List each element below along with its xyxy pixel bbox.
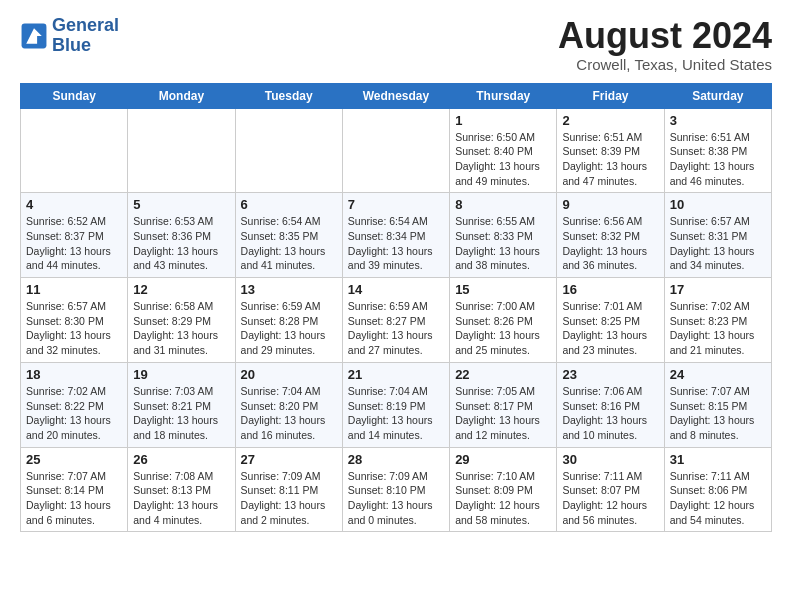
day-number: 16: [562, 282, 658, 297]
calendar-cell: [128, 108, 235, 193]
day-info: Sunrise: 7:04 AMSunset: 8:19 PMDaylight:…: [348, 384, 444, 443]
day-number: 2: [562, 113, 658, 128]
day-number: 18: [26, 367, 122, 382]
calendar-cell: 28Sunrise: 7:09 AMSunset: 8:10 PMDayligh…: [342, 447, 449, 532]
day-info: Sunrise: 6:54 AMSunset: 8:35 PMDaylight:…: [241, 214, 337, 273]
logo-icon: [20, 22, 48, 50]
calendar-table: SundayMondayTuesdayWednesdayThursdayFrid…: [20, 83, 772, 533]
day-info: Sunrise: 7:04 AMSunset: 8:20 PMDaylight:…: [241, 384, 337, 443]
day-number: 28: [348, 452, 444, 467]
calendar-cell: [235, 108, 342, 193]
calendar-cell: 3Sunrise: 6:51 AMSunset: 8:38 PMDaylight…: [664, 108, 771, 193]
day-info: Sunrise: 6:53 AMSunset: 8:36 PMDaylight:…: [133, 214, 229, 273]
day-number: 3: [670, 113, 766, 128]
day-number: 24: [670, 367, 766, 382]
day-number: 20: [241, 367, 337, 382]
week-row-4: 18Sunrise: 7:02 AMSunset: 8:22 PMDayligh…: [21, 362, 772, 447]
day-number: 11: [26, 282, 122, 297]
day-info: Sunrise: 7:03 AMSunset: 8:21 PMDaylight:…: [133, 384, 229, 443]
calendar-cell: 12Sunrise: 6:58 AMSunset: 8:29 PMDayligh…: [128, 278, 235, 363]
day-info: Sunrise: 7:02 AMSunset: 8:22 PMDaylight:…: [26, 384, 122, 443]
weekday-header-thursday: Thursday: [450, 83, 557, 108]
day-info: Sunrise: 6:52 AMSunset: 8:37 PMDaylight:…: [26, 214, 122, 273]
calendar-cell: 14Sunrise: 6:59 AMSunset: 8:27 PMDayligh…: [342, 278, 449, 363]
day-info: Sunrise: 6:50 AMSunset: 8:40 PMDaylight:…: [455, 130, 551, 189]
day-info: Sunrise: 7:02 AMSunset: 8:23 PMDaylight:…: [670, 299, 766, 358]
day-number: 22: [455, 367, 551, 382]
calendar-body: 1Sunrise: 6:50 AMSunset: 8:40 PMDaylight…: [21, 108, 772, 532]
day-info: Sunrise: 7:09 AMSunset: 8:10 PMDaylight:…: [348, 469, 444, 528]
day-number: 14: [348, 282, 444, 297]
calendar-cell: [342, 108, 449, 193]
weekday-header-monday: Monday: [128, 83, 235, 108]
calendar-cell: 24Sunrise: 7:07 AMSunset: 8:15 PMDayligh…: [664, 362, 771, 447]
calendar-cell: 29Sunrise: 7:10 AMSunset: 8:09 PMDayligh…: [450, 447, 557, 532]
calendar-cell: 10Sunrise: 6:57 AMSunset: 8:31 PMDayligh…: [664, 193, 771, 278]
calendar-cell: [21, 108, 128, 193]
week-row-3: 11Sunrise: 6:57 AMSunset: 8:30 PMDayligh…: [21, 278, 772, 363]
day-number: 30: [562, 452, 658, 467]
calendar-cell: 20Sunrise: 7:04 AMSunset: 8:20 PMDayligh…: [235, 362, 342, 447]
calendar-cell: 1Sunrise: 6:50 AMSunset: 8:40 PMDaylight…: [450, 108, 557, 193]
weekday-header-sunday: Sunday: [21, 83, 128, 108]
calendar-cell: 27Sunrise: 7:09 AMSunset: 8:11 PMDayligh…: [235, 447, 342, 532]
weekday-header-saturday: Saturday: [664, 83, 771, 108]
day-info: Sunrise: 6:59 AMSunset: 8:28 PMDaylight:…: [241, 299, 337, 358]
logo-text: General Blue: [52, 16, 119, 56]
logo: General Blue: [20, 16, 119, 56]
week-row-5: 25Sunrise: 7:07 AMSunset: 8:14 PMDayligh…: [21, 447, 772, 532]
day-info: Sunrise: 6:57 AMSunset: 8:30 PMDaylight:…: [26, 299, 122, 358]
day-number: 21: [348, 367, 444, 382]
day-number: 31: [670, 452, 766, 467]
calendar-cell: 25Sunrise: 7:07 AMSunset: 8:14 PMDayligh…: [21, 447, 128, 532]
calendar-cell: 13Sunrise: 6:59 AMSunset: 8:28 PMDayligh…: [235, 278, 342, 363]
day-number: 5: [133, 197, 229, 212]
day-info: Sunrise: 6:54 AMSunset: 8:34 PMDaylight:…: [348, 214, 444, 273]
week-row-1: 1Sunrise: 6:50 AMSunset: 8:40 PMDaylight…: [21, 108, 772, 193]
day-info: Sunrise: 6:51 AMSunset: 8:38 PMDaylight:…: [670, 130, 766, 189]
day-info: Sunrise: 7:11 AMSunset: 8:06 PMDaylight:…: [670, 469, 766, 528]
calendar-cell: 8Sunrise: 6:55 AMSunset: 8:33 PMDaylight…: [450, 193, 557, 278]
day-info: Sunrise: 7:10 AMSunset: 8:09 PMDaylight:…: [455, 469, 551, 528]
calendar-cell: 22Sunrise: 7:05 AMSunset: 8:17 PMDayligh…: [450, 362, 557, 447]
day-info: Sunrise: 6:56 AMSunset: 8:32 PMDaylight:…: [562, 214, 658, 273]
calendar-cell: 19Sunrise: 7:03 AMSunset: 8:21 PMDayligh…: [128, 362, 235, 447]
day-number: 9: [562, 197, 658, 212]
logo-line1: General: [52, 16, 119, 36]
day-info: Sunrise: 7:06 AMSunset: 8:16 PMDaylight:…: [562, 384, 658, 443]
month-title: August 2024: [558, 16, 772, 56]
calendar-cell: 7Sunrise: 6:54 AMSunset: 8:34 PMDaylight…: [342, 193, 449, 278]
calendar-cell: 26Sunrise: 7:08 AMSunset: 8:13 PMDayligh…: [128, 447, 235, 532]
day-number: 10: [670, 197, 766, 212]
day-info: Sunrise: 6:58 AMSunset: 8:29 PMDaylight:…: [133, 299, 229, 358]
day-info: Sunrise: 7:01 AMSunset: 8:25 PMDaylight:…: [562, 299, 658, 358]
title-area: August 2024 Crowell, Texas, United State…: [558, 16, 772, 73]
day-info: Sunrise: 7:05 AMSunset: 8:17 PMDaylight:…: [455, 384, 551, 443]
day-number: 8: [455, 197, 551, 212]
weekday-header-row: SundayMondayTuesdayWednesdayThursdayFrid…: [21, 83, 772, 108]
weekday-header-friday: Friday: [557, 83, 664, 108]
day-info: Sunrise: 7:07 AMSunset: 8:15 PMDaylight:…: [670, 384, 766, 443]
day-info: Sunrise: 6:59 AMSunset: 8:27 PMDaylight:…: [348, 299, 444, 358]
day-info: Sunrise: 6:55 AMSunset: 8:33 PMDaylight:…: [455, 214, 551, 273]
week-row-2: 4Sunrise: 6:52 AMSunset: 8:37 PMDaylight…: [21, 193, 772, 278]
day-number: 7: [348, 197, 444, 212]
calendar-cell: 18Sunrise: 7:02 AMSunset: 8:22 PMDayligh…: [21, 362, 128, 447]
calendar-cell: 9Sunrise: 6:56 AMSunset: 8:32 PMDaylight…: [557, 193, 664, 278]
day-number: 13: [241, 282, 337, 297]
calendar-cell: 17Sunrise: 7:02 AMSunset: 8:23 PMDayligh…: [664, 278, 771, 363]
day-number: 27: [241, 452, 337, 467]
header: General Blue August 2024 Crowell, Texas,…: [20, 16, 772, 73]
location-subtitle: Crowell, Texas, United States: [558, 56, 772, 73]
day-info: Sunrise: 7:08 AMSunset: 8:13 PMDaylight:…: [133, 469, 229, 528]
day-number: 17: [670, 282, 766, 297]
weekday-header-tuesday: Tuesday: [235, 83, 342, 108]
day-info: Sunrise: 7:07 AMSunset: 8:14 PMDaylight:…: [26, 469, 122, 528]
day-number: 15: [455, 282, 551, 297]
calendar-cell: 4Sunrise: 6:52 AMSunset: 8:37 PMDaylight…: [21, 193, 128, 278]
day-number: 6: [241, 197, 337, 212]
day-number: 12: [133, 282, 229, 297]
calendar-cell: 15Sunrise: 7:00 AMSunset: 8:26 PMDayligh…: [450, 278, 557, 363]
calendar-cell: 31Sunrise: 7:11 AMSunset: 8:06 PMDayligh…: [664, 447, 771, 532]
calendar-cell: 5Sunrise: 6:53 AMSunset: 8:36 PMDaylight…: [128, 193, 235, 278]
